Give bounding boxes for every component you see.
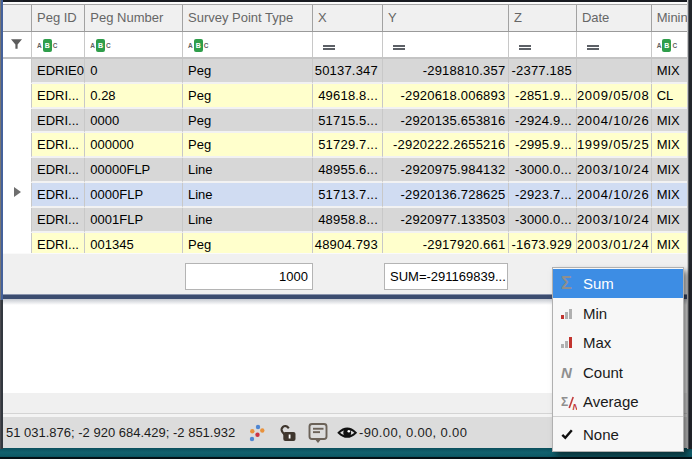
svg-text:Σ: Σ — [561, 395, 568, 409]
svg-text:N: N — [573, 401, 578, 410]
